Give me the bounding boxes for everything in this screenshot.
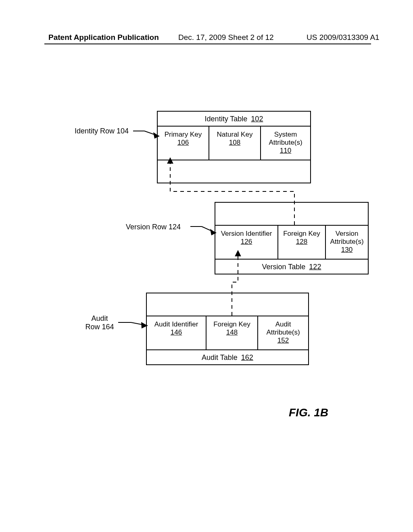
version-row-label: Version Row 124 [126, 223, 190, 231]
audit-row-label-2: Row 164 [81, 323, 118, 331]
audit-title-text: Audit Table [202, 353, 238, 362]
audit-table-pad-top [147, 293, 308, 316]
header-mid: Dec. 17, 2009 Sheet 2 of 12 [178, 33, 274, 42]
audit-table: Audit Identifier 146 Foreign Key 148 Aud… [146, 293, 309, 365]
version-table-title: Version Table 122 [215, 260, 368, 274]
cell-ref: 152 [261, 337, 305, 345]
identity-cell-system-attr: System Attribute(s) 110 [261, 127, 310, 160]
identity-title-ref: 102 [251, 115, 263, 123]
identity-row-label: Identity Row 104 [75, 127, 133, 135]
page: Patent Application Publication Dec. 17, … [0, 0, 413, 532]
version-table: Version Identifier 126 Foreign Key 128 V… [215, 202, 369, 274]
identity-title-text: Identity Table [205, 115, 248, 123]
identity-cell-primary-key: Primary Key 106 [158, 127, 209, 160]
cell-ref: 146 [150, 328, 202, 337]
identity-table: Identity Table 102 Primary Key 106 Natur… [157, 111, 311, 183]
cell-label: Audit Attribute(s) [261, 320, 305, 337]
version-cell-version-attr: Version Attribute(s) 130 [326, 226, 368, 259]
identity-table-pad [158, 160, 310, 183]
cell-ref: 130 [329, 246, 365, 254]
audit-cell-foreign-key: Foreign Key 148 [206, 316, 258, 349]
audit-row-label: Audit Row 164 [81, 314, 118, 331]
cell-ref: 148 [210, 328, 254, 337]
audit-table-title: Audit Table 162 [147, 350, 308, 364]
version-table-pad-top [215, 203, 368, 226]
cell-ref: 106 [161, 139, 205, 147]
version-row: Version Identifier 126 Foreign Key 128 V… [215, 226, 368, 260]
cell-label: System Attribute(s) [264, 131, 307, 147]
cell-label: Version Identifier [219, 230, 274, 238]
audit-row-label-1: Audit [81, 314, 118, 323]
cell-label: Foreign Key [282, 230, 322, 238]
cell-ref: 126 [219, 238, 274, 246]
audit-row: Audit Identifier 146 Foreign Key 148 Aud… [147, 316, 308, 350]
cell-label: Audit Identifier [150, 320, 202, 328]
cell-label: Natural Key [213, 131, 257, 139]
identity-row: Primary Key 106 Natural Key 108 System A… [158, 127, 310, 160]
figure-caption: FIG. 1B [289, 406, 328, 419]
audit-cell-identifier: Audit Identifier 146 [147, 316, 206, 349]
cell-ref: 110 [264, 147, 307, 155]
version-cell-foreign-key: Foreign Key 128 [278, 226, 326, 259]
cell-label: Version Attribute(s) [329, 230, 365, 246]
cell-ref: 108 [213, 139, 257, 147]
header-left: Patent Application Publication [48, 33, 159, 42]
version-title-text: Version Table [262, 263, 306, 271]
identity-table-title: Identity Table 102 [158, 112, 310, 127]
header-right: US 2009/0313309 A1 [307, 33, 380, 42]
cell-label: Foreign Key [210, 320, 254, 328]
version-title-ref: 122 [309, 263, 321, 271]
audit-title-ref: 162 [241, 353, 253, 362]
cell-label: Primary Key [161, 131, 205, 139]
audit-cell-audit-attr: Audit Attribute(s) 152 [258, 316, 308, 349]
identity-cell-natural-key: Natural Key 108 [209, 127, 261, 160]
cell-ref: 128 [282, 238, 322, 246]
header-rule [44, 44, 371, 44]
version-cell-identifier: Version Identifier 126 [215, 226, 278, 259]
